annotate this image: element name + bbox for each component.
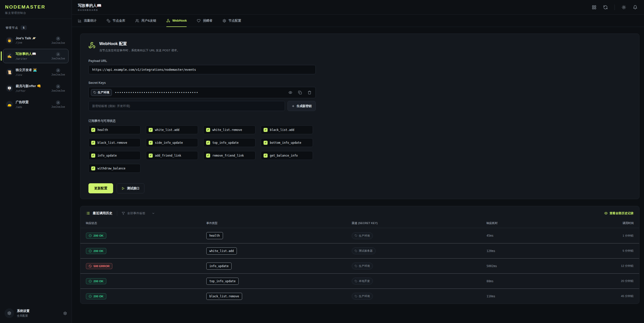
tab-donors[interactable]: 捐赠者 (197, 15, 212, 27)
table-row[interactable]: 200 OK top_info_update 本地开发 88ms 20 分钟前 (80, 273, 639, 289)
tab-traffic-stats[interactable]: 流量统计 (78, 15, 96, 27)
tab-bar: 流量统计 节点金库 用户&友链 WebHook 捐赠者 节点配置 (72, 15, 644, 27)
time-cell: 12 分钟前 (572, 264, 634, 268)
checkbox-checked-icon: ✓ (206, 154, 210, 158)
node-path: /ads (16, 105, 29, 109)
tab-node-config[interactable]: 节点配置 (222, 15, 241, 27)
event-checkbox-black-list-add[interactable]: ✓black_list.add (261, 125, 313, 134)
heart-icon (197, 19, 201, 23)
node-owner: JoeJoeJoe (51, 37, 66, 44)
duration-cell: 45ms (487, 234, 572, 237)
history-header: 最近调用历史 全部事件标签 查看全部历史记录 (80, 206, 639, 219)
owner-name: JoeJoeJoe (51, 105, 65, 108)
event-checkbox-health[interactable]: ✓health (88, 125, 141, 134)
checkbox-checked-icon: ✓ (206, 141, 210, 145)
node-path: /writer (16, 57, 36, 60)
sidebar-item-joe[interactable]: 👨 Joe's Talk 🪐 /joe JoeJoeJoe (3, 33, 69, 47)
event-checkbox-black-list-remove[interactable]: ✓black_list.remove (88, 138, 141, 147)
table-row[interactable]: 200 OK black_list.remove 生产环境 110ms 45 分… (80, 289, 639, 304)
secret-key-row: 生产环境 •••••••••••••••••••••••••••••••••••… (88, 87, 316, 98)
table-row[interactable]: 200 OK white_list.add 测试服务器 120ms 5 分钟前 (80, 243, 639, 258)
node-path: /isv (16, 73, 37, 77)
event-checkbox-bottom-info-update[interactable]: ✓bottom_info_update (261, 138, 313, 147)
check-circle-icon (89, 234, 92, 237)
checkbox-checked-icon: ✓ (149, 141, 153, 145)
app-subtitle: 版主管理控制台 (5, 11, 67, 15)
payload-url-input[interactable] (88, 65, 316, 74)
users-icon (135, 19, 139, 23)
channel-pill: 生产环境 (352, 293, 373, 300)
managed-nodes-header: 管理节点 5 (0, 19, 72, 33)
event-checkbox-side-info-update[interactable]: ✓side_info_update (146, 138, 198, 147)
event-checkbox-white-list-add[interactable]: ✓white_list.add (146, 125, 198, 134)
sidebar-item-ads[interactable]: 👝 广告联盟 /ads JoeJoeJoe (3, 97, 69, 112)
tag-icon (355, 295, 357, 298)
grid-layout-icon[interactable] (592, 5, 596, 10)
content: WebHook 配置 当节点发生特定事件时，系统将向以下 URL 发送 POST… (72, 27, 644, 323)
tab-webhook[interactable]: WebHook (166, 15, 187, 27)
test-endpoint-button[interactable]: 测试接口 (117, 183, 144, 193)
bell-icon[interactable] (633, 5, 637, 10)
node-name: Joe's Talk 🪐 (16, 36, 36, 40)
tab-users-links[interactable]: 用户&友链 (135, 15, 156, 27)
time-cell: 20 分钟前 (572, 279, 634, 283)
column-header: 响应耗时 (487, 221, 572, 225)
node-path: /offer (16, 89, 41, 93)
sidebar-item-isv[interactable]: 📜 独立开发者 🧑‍💻 /isv JoeJoeJoe (3, 65, 69, 79)
update-config-button[interactable]: 更新配置 (88, 183, 113, 193)
event-checkbox-top-info-update[interactable]: ✓top_info_update (203, 138, 255, 147)
main-area: 写故事的人📖 DASHBOARD 流量统计 节点金库 用 (72, 0, 644, 323)
system-settings-subtitle: 全局配置 (17, 314, 29, 318)
view-all-history-label: 查看全部历史记录 (609, 211, 634, 216)
app-logo: NODEMASTER (5, 4, 67, 10)
tab-label: 流量统计 (84, 19, 96, 23)
event-checkbox-info-update[interactable]: ✓info_update (88, 151, 141, 160)
delete-key-trash-icon[interactable] (308, 91, 311, 94)
sidebar: NODEMASTER 版主管理控制台 管理节点 5 👨 Joe's Talk 🪐… (0, 0, 72, 323)
secret-key-tag: 生产环境 (91, 89, 112, 96)
event-checkbox-white-list-remove[interactable]: ✓white_list.remove (203, 125, 255, 134)
copy-key-icon[interactable] (298, 91, 302, 94)
checkbox-checked-icon: ✓ (206, 128, 210, 132)
secret-key-masked: •••••••••••••••••••••••••••••••••••••• (115, 91, 199, 94)
owner-name: JoeJoeJoe (51, 57, 65, 60)
tag-icon (93, 91, 96, 94)
event-checkbox-get-balance-info[interactable]: ✓get_balance_info (261, 151, 313, 160)
channel-name: 生产环境 (359, 294, 370, 298)
new-key-row: 生成新密钥 (88, 101, 316, 111)
system-settings-item[interactable]: 系统设置 全局配置 (0, 304, 72, 323)
secret-keys-label: Secret Keys (88, 81, 316, 85)
tab-node-vault[interactable]: 节点金库 (107, 15, 125, 27)
managed-nodes-label: 管理节点 (6, 26, 18, 30)
gear-icon[interactable] (63, 311, 67, 315)
ban-circle-icon (89, 265, 92, 268)
event-checkbox-remove-friend-link[interactable]: ✓remove_friend_link (203, 151, 255, 160)
tab-label: 捐赠者 (203, 19, 212, 23)
channel-pill: 测试服务器 (352, 247, 376, 254)
column-header: 响应状态 (86, 221, 206, 225)
node-avatar: 👝 (6, 101, 13, 108)
event-label: bottom_info_update (270, 141, 301, 145)
node-name: 独立开发者 🧑‍💻 (16, 68, 37, 72)
event-label: get_balance_info (270, 154, 298, 157)
event-filter-dropdown[interactable]: 全部事件标签 (122, 211, 155, 216)
toolbar-divider (615, 5, 615, 10)
sidebar-item-writer[interactable]: ✍️ 写故事的人📖 /writer JoeJoeJoe (3, 49, 69, 63)
generate-key-button[interactable]: 生成新密钥 (287, 101, 316, 111)
view-all-history-link[interactable]: 查看全部历史记录 (604, 211, 634, 216)
event-checkbox-withdraw-balance[interactable]: ✓withdraw_balance (88, 164, 141, 173)
event-label: withdraw_balance (98, 167, 125, 170)
new-key-label-input[interactable] (88, 101, 285, 111)
reveal-key-eye-icon[interactable] (288, 91, 292, 94)
refresh-icon[interactable] (603, 5, 608, 10)
managed-nodes-count: 5 (21, 25, 27, 30)
duration-cell: 88ms (487, 279, 572, 283)
table-row[interactable]: 200 OK health 生产环境 45ms 1 分钟前 (80, 228, 639, 243)
column-header: 事件类型 (206, 221, 352, 225)
table-row[interactable]: 500 ERROR info_update 生产环境 5002ms 12 分钟前 (80, 258, 639, 273)
event-checkbox-add-friend-link[interactable]: ✓add_friend_link (146, 151, 198, 160)
tab-label: WebHook (172, 19, 187, 22)
sidebar-item-offer[interactable]: 🪧 裁员与新offer 👊 /offer JoeJoeJoe (3, 81, 69, 95)
event-type-chip: white_list.add (206, 247, 237, 255)
theme-sun-icon[interactable] (622, 5, 626, 10)
